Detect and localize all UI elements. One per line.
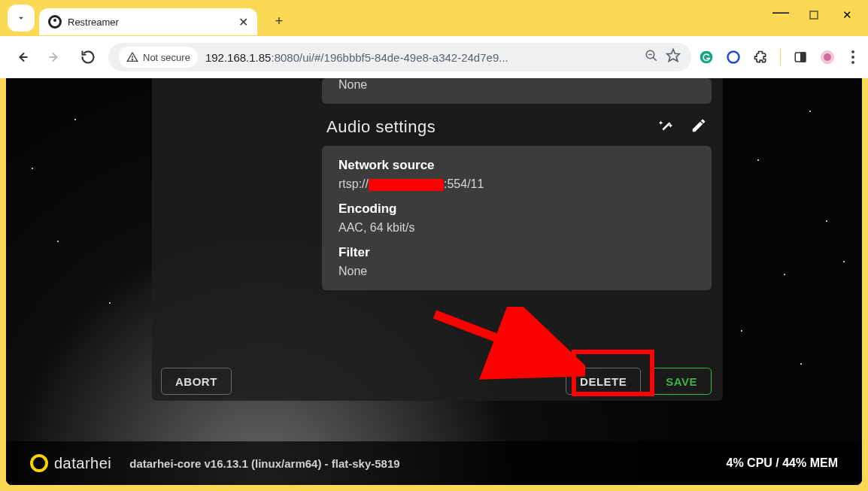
svg-point-10	[728, 52, 739, 63]
window-close-button[interactable]: ✕	[830, 0, 863, 30]
close-icon[interactable]: ✕	[238, 15, 248, 29]
extensions-button[interactable]	[753, 50, 768, 65]
network-source-heading: Network source	[338, 158, 695, 173]
svg-line-6	[653, 57, 657, 61]
network-source-value: rtsp://:554/11	[338, 177, 695, 191]
svg-rect-0	[810, 11, 818, 19]
encoding-value: AAC, 64 kbit/s	[338, 221, 695, 235]
maximize-button[interactable]	[797, 0, 830, 30]
zoom-icon[interactable]	[645, 49, 658, 65]
url-display: 192.168.1.85:8080/ui/#/196bbbf5-84de-49e…	[205, 51, 637, 64]
forward-button[interactable]	[42, 44, 68, 70]
browser-tabstrip: Restreamer ✕ + — ✕	[0, 0, 868, 36]
audio-section-title: Audio settings	[326, 117, 436, 137]
audio-settings-group: Network source rtsp://:554/11 Encoding A…	[322, 146, 712, 290]
extension-grammarly-icon[interactable]	[699, 50, 714, 65]
minimize-button[interactable]: —	[764, 0, 797, 27]
extension-circle-icon[interactable]	[726, 50, 741, 65]
side-panel-icon[interactable]	[793, 50, 808, 65]
reload-button[interactable]	[75, 44, 101, 70]
edit-pencil-icon[interactable]	[690, 117, 707, 137]
app-viewport: None Audio settings Network source rtsp:…	[6, 78, 862, 485]
core-version-info: datarhei-core v16.13.1 (linux/arm64) - f…	[129, 457, 399, 470]
logo-ring-icon	[30, 454, 48, 472]
svg-rect-12	[801, 53, 806, 62]
security-chip[interactable]: Not secure	[119, 47, 198, 68]
bookmark-star-icon[interactable]	[666, 48, 681, 66]
abort-button[interactable]: ABORT	[161, 368, 232, 395]
svg-point-9	[700, 51, 713, 64]
svg-marker-8	[667, 50, 680, 62]
save-button[interactable]: SAVE	[651, 368, 712, 395]
logo-text: datarhei	[54, 455, 111, 472]
settings-panel: None Audio settings Network source rtsp:…	[322, 78, 712, 304]
video-filter-value: None	[338, 78, 695, 92]
filter-heading: Filter	[338, 245, 695, 260]
svg-point-14	[824, 53, 831, 61]
omnibox[interactable]: Not secure 192.168.1.85:8080/ui/#/196bbb…	[108, 43, 691, 71]
video-filter-group: None	[322, 78, 712, 104]
datarhei-logo[interactable]: datarhei	[30, 454, 111, 472]
separator	[780, 49, 781, 65]
chrome-menu-button[interactable]	[847, 50, 859, 64]
extensions-row	[699, 49, 859, 65]
window-controls: — ✕	[764, 0, 863, 30]
address-bar: Not secure 192.168.1.85:8080/ui/#/196bbb…	[0, 36, 868, 78]
audio-section-header: Audio settings	[322, 117, 712, 137]
browser-tab[interactable]: Restreamer ✕	[39, 8, 257, 35]
system-stats: 4% CPU / 44% MEM	[727, 456, 838, 470]
omnibox-actions	[645, 48, 681, 66]
profile-button[interactable]	[8, 5, 35, 32]
tab-title: Restreamer	[68, 17, 232, 28]
magic-wand-icon[interactable]	[657, 117, 674, 137]
filter-value: None	[338, 265, 695, 278]
svg-point-4	[132, 59, 132, 60]
profile-avatar[interactable]	[820, 50, 835, 65]
tab-favicon	[48, 15, 62, 29]
new-tab-button[interactable]: +	[269, 11, 289, 31]
encoding-heading: Encoding	[338, 202, 695, 217]
not-secure-label: Not secure	[143, 52, 190, 63]
redacted-ip	[369, 179, 444, 191]
footer-bar: datarhei datarhei-core v16.13.1 (linux/a…	[6, 441, 862, 485]
back-button[interactable]	[9, 44, 35, 70]
annotation-highlight-box	[572, 350, 654, 396]
